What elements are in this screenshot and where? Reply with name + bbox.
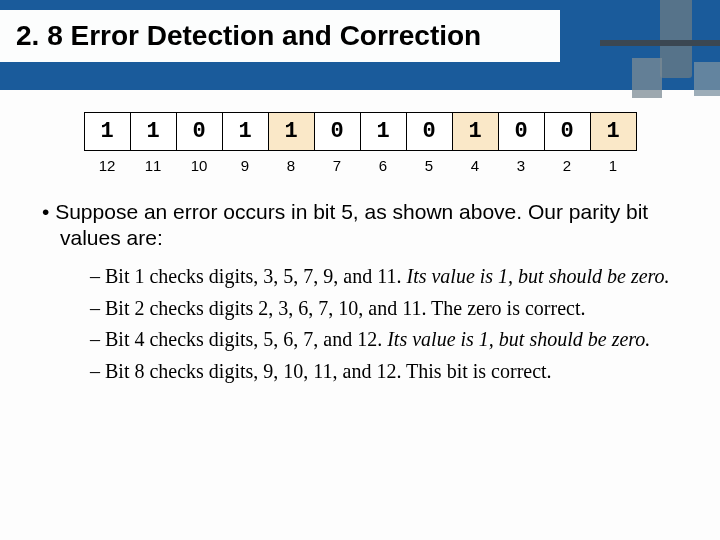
item-text: Bit 2 checks digits 2, 3, 6, 7, 10, and … [105,297,585,319]
bit-cell: 0 [498,113,544,151]
pos-cell: 10 [176,151,222,177]
pos-cell: 6 [360,151,406,177]
bit-cell: 0 [544,113,590,151]
sub-bullet-list: Bit 1 checks digits, 3, 5, 7, 9, and 11.… [30,264,690,384]
bit-cell: 1 [130,113,176,151]
bit-cell: 1 [360,113,406,151]
title-panel: 2. 8 Error Detection and Correction [0,10,560,62]
bit-cell-highlight: 1 [590,113,636,151]
header-decoration [632,58,662,98]
list-item: Bit 8 checks digits, 9, 10, 11, and 12. … [90,359,690,385]
header-decoration [660,0,692,78]
pos-cell: 12 [84,151,130,177]
list-item: Bit 4 checks digits, 5, 6, 7, and 12. It… [90,327,690,353]
pos-cell: 4 [452,151,498,177]
bit-cell: 1 [84,113,130,151]
page-title: 2. 8 Error Detection and Correction [16,20,560,52]
bit-cell-highlight: 1 [452,113,498,151]
list-item: Bit 1 checks digits, 3, 5, 7, 9, and 11.… [90,264,690,290]
pos-cell: 8 [268,151,314,177]
item-emphasis: Its value is 1, but should be zero. [387,328,650,350]
bit-position-row: 12 11 10 9 8 7 6 5 4 3 2 1 [84,151,636,177]
pos-cell: 11 [130,151,176,177]
item-emphasis: Its value is 1, but should be zero. [406,265,669,287]
bit-value-row: 1 1 0 1 1 0 1 0 1 0 0 1 [84,113,636,151]
bit-cell: 0 [406,113,452,151]
pos-cell: 7 [314,151,360,177]
bit-table: 1 1 0 1 1 0 1 0 1 0 0 1 12 11 10 9 8 7 6… [84,112,637,177]
item-text: Bit 8 checks digits, 9, 10, 11, and 12. … [105,360,552,382]
bit-cell-highlight: 1 [268,113,314,151]
header-decoration [694,62,720,96]
pos-cell: 1 [590,151,636,177]
slide-content: 1 1 0 1 1 0 1 0 1 0 0 1 12 11 10 9 8 7 6… [0,100,720,391]
bit-cell: 0 [314,113,360,151]
header-decoration [600,40,720,46]
lead-paragraph: Suppose an error occurs in bit 5, as sho… [30,199,690,253]
pos-cell: 9 [222,151,268,177]
list-item: Bit 2 checks digits 2, 3, 6, 7, 10, and … [90,296,690,322]
item-text: Bit 1 checks digits, 3, 5, 7, 9, and 11. [105,265,406,287]
item-text: Bit 4 checks digits, 5, 6, 7, and 12. [105,328,387,350]
bit-cell: 0 [176,113,222,151]
pos-cell: 2 [544,151,590,177]
bit-cell: 1 [222,113,268,151]
pos-cell: 5 [406,151,452,177]
pos-cell: 3 [498,151,544,177]
